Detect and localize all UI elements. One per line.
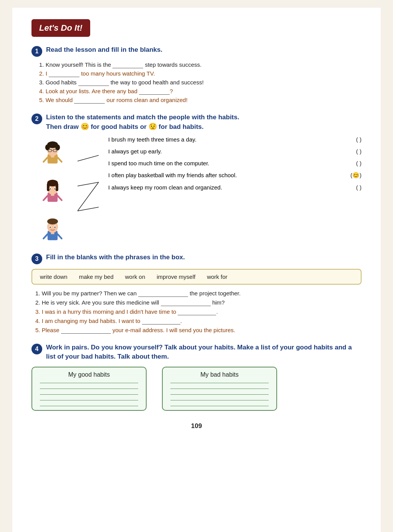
section-1-number: 1: [31, 46, 42, 57]
svg-rect-15: [56, 183, 58, 191]
statement-text: I brush my teeth three times a day.: [108, 136, 348, 143]
list-item: 1. Know yourself! This is the step towar…: [39, 61, 362, 68]
section-3-number: 3: [31, 254, 42, 264]
svg-point-19: [54, 188, 56, 189]
statement-text: I spend too much time on the computer.: [108, 160, 348, 166]
matching-area: I brush my teeth three times a day. ( ) …: [31, 136, 362, 244]
statement-row: I always get up early. ( ): [108, 148, 362, 155]
habits-line: [170, 383, 269, 383]
habits-line: [40, 406, 138, 406]
page: Let's Do It! 1 Read the lesson and fill …: [12, 8, 381, 532]
statement-row: I brush my teeth three times a day. ( ): [108, 136, 362, 143]
statement-row: I spend too much time on the computer. (…: [108, 160, 362, 166]
statement-row: I always keep my room clean and organize…: [108, 184, 362, 191]
bad-habits-title: My bad habits: [170, 371, 269, 378]
person-1-figure: [39, 140, 66, 167]
list-item: 4. Look at your lists. Are there any bad…: [39, 88, 362, 95]
svg-line-36: [78, 182, 99, 211]
section-4-header: 4 Work in pairs. Do you know yourself? T…: [31, 343, 362, 361]
svg-point-29: [54, 226, 56, 228]
habits-line: [170, 389, 269, 389]
good-habits-lines: [40, 383, 138, 406]
section-1-list: 1. Know yourself! This is the step towar…: [31, 61, 362, 104]
section-3: 3 Fill in the blanks with the phrases in…: [31, 253, 362, 334]
section-1-title: Read the lesson and fill in the blanks.: [46, 45, 162, 54]
bad-habits-lines: [170, 383, 269, 406]
section-2-header: 2 Listen to the statements and match the…: [31, 113, 362, 132]
phrases-box: write down make my bed work on improve m…: [31, 269, 362, 285]
list-item: 5. We should our rooms clean and organiz…: [39, 97, 362, 104]
svg-point-18: [50, 188, 51, 189]
statement-text: I always keep my room clean and organize…: [108, 184, 348, 191]
phrase-5: work for: [207, 273, 227, 280]
section-4-number: 4: [31, 344, 42, 354]
bracket-answer: ( ): [356, 136, 362, 143]
svg-line-10: [58, 157, 62, 161]
section-1-header: 1 Read the lesson and fill in the blanks…: [31, 45, 362, 57]
section-3-header: 3 Fill in the blanks with the phrases in…: [31, 253, 362, 264]
svg-rect-30: [51, 232, 54, 234]
statements-column: I brush my teeth three times a day. ( ) …: [108, 136, 362, 191]
bracket-answer: ( ): [356, 160, 362, 166]
page-number: 109: [31, 422, 362, 430]
statement-text: I often play basketball with my friends …: [108, 172, 343, 178]
svg-line-21: [43, 196, 48, 200]
svg-line-32: [58, 234, 62, 238]
phrase-3: work on: [125, 273, 145, 280]
person-3-figure: [39, 217, 66, 244]
phrase-4: improve myself: [157, 273, 195, 280]
statement-row: I often play basketball with my friends …: [108, 172, 362, 179]
svg-line-31: [43, 234, 48, 238]
list-item: 5. Please your e-mail address. I will se…: [35, 327, 362, 334]
habits-line: [170, 394, 269, 395]
good-habits-title: My good habits: [40, 371, 138, 378]
svg-line-33: [78, 155, 99, 161]
svg-point-28: [50, 226, 51, 228]
habits-tables: My good habits My bad habits: [31, 367, 362, 411]
page-title: Let's Do It!: [31, 19, 90, 37]
svg-line-22: [58, 196, 62, 200]
section-4-title: Work in pairs. Do you know yourself? Tal…: [46, 343, 362, 361]
list-item: 4. I am changing my bad habits. I want t…: [35, 318, 362, 324]
section-3-title: Fill in the blanks with the phrases in t…: [46, 253, 185, 262]
section-3-list: 1. Will you be my partner? Then we can t…: [31, 290, 362, 334]
statement-text: I always get up early.: [108, 148, 348, 155]
phrase-1: write down: [40, 273, 68, 280]
bracket-answer: ( ): [356, 148, 362, 155]
phrase-2: make my bed: [79, 273, 114, 280]
good-habits-table: My good habits: [31, 367, 147, 411]
habits-line: [40, 394, 138, 395]
svg-rect-14: [47, 183, 50, 191]
section-1: 1 Read the lesson and fill in the blanks…: [31, 45, 362, 104]
habits-line: [170, 400, 269, 400]
bad-habits-table: My bad habits: [162, 367, 277, 411]
match-lines: [78, 136, 101, 234]
section-2: 2 Listen to the statements and match the…: [31, 113, 362, 244]
list-item: 2. He is very sick. Are you sure this me…: [35, 299, 362, 306]
habits-line: [40, 389, 138, 389]
person-2-figure: [39, 178, 66, 205]
list-item: 1. Will you be my partner? Then we can t…: [35, 290, 362, 297]
bracket-answer: ( ): [356, 184, 362, 191]
list-item: 3. I was in a hurry this morning and I d…: [35, 308, 362, 315]
bracket-answer: (😊): [350, 172, 362, 179]
section-2-number: 2: [31, 114, 42, 124]
svg-rect-20: [51, 194, 54, 196]
habits-line: [40, 383, 138, 383]
svg-line-35: [78, 207, 99, 211]
habits-line: [170, 406, 269, 406]
figures-column: [35, 136, 70, 244]
svg-point-25: [47, 218, 58, 224]
section-2-title: Listen to the statements and match the p…: [46, 113, 239, 132]
svg-rect-8: [51, 155, 54, 157]
list-item: 3. Good habits the way to good health an…: [39, 79, 362, 86]
section-4: 4 Work in pairs. Do you know yourself? T…: [31, 343, 362, 411]
habits-line: [40, 400, 138, 400]
list-item: 2. I too many hours watching TV.: [39, 70, 362, 77]
svg-line-34: [78, 182, 99, 186]
svg-line-9: [43, 157, 48, 161]
